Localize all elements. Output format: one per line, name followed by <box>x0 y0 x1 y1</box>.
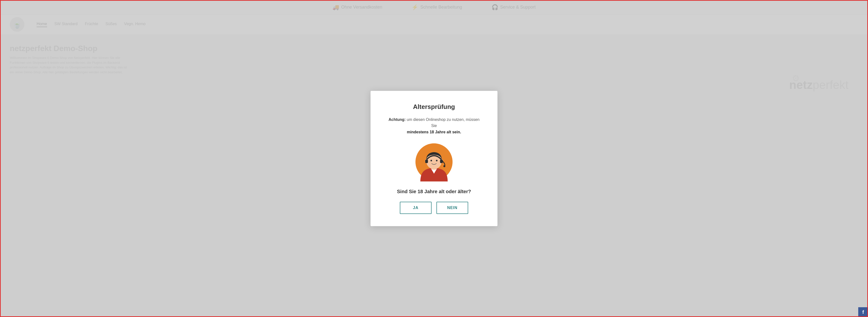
facebook-button[interactable]: f <box>858 307 868 317</box>
modal-buttons: JA NEIN <box>400 202 468 214</box>
modal-question: Sind Sie 18 Jahre alt oder älter? <box>397 189 471 194</box>
age-verification-modal: Altersprüfung Achtung: um diesen Onlines… <box>371 91 497 226</box>
svg-point-6 <box>436 160 437 162</box>
svg-rect-8 <box>440 160 443 163</box>
warning-prefix: Achtung: <box>389 117 406 122</box>
svg-point-5 <box>431 160 432 162</box>
svg-rect-7 <box>425 160 428 163</box>
warning-text: um diesen Onlineshop zu nutzen, müssen S… <box>406 117 479 128</box>
yes-button[interactable]: JA <box>400 202 432 214</box>
avatar-illustration <box>414 142 454 181</box>
modal-overlay: Altersprüfung Achtung: um diesen Onlines… <box>0 0 868 317</box>
warning-highlight: mindestens 18 Jahre alt sein. <box>407 130 461 134</box>
no-button[interactable]: NEIN <box>436 202 468 214</box>
facebook-label: f <box>862 310 864 315</box>
modal-title: Altersprüfung <box>413 103 455 111</box>
svg-point-9 <box>443 165 445 167</box>
red-border-left <box>0 0 1 317</box>
red-border-top <box>0 0 868 1</box>
modal-warning: Achtung: um diesen Onlineshop zu nutzen,… <box>385 116 483 135</box>
